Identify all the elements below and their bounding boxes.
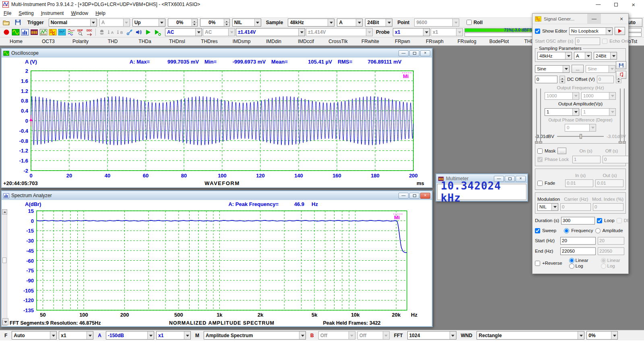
menu-help[interactable]: Help <box>92 10 109 17</box>
menu-instrument[interactable]: Instrument <box>37 10 68 17</box>
dc-offset-a-spinner[interactable] <box>559 76 565 83</box>
menu-window[interactable]: Window <box>67 10 92 17</box>
siggen-minimize-button[interactable]: — <box>587 14 601 24</box>
tab-home[interactable]: Home <box>0 37 32 45</box>
scope-restore-button[interactable] <box>409 50 419 56</box>
window-minimize-button[interactable]: — <box>596 2 601 7</box>
frequency-a-dropdown[interactable]: 1000 <box>545 92 579 100</box>
mask-checkbox[interactable] <box>537 148 543 154</box>
trigger-edge-dropdown[interactable]: Up <box>132 19 165 27</box>
mask-off-input[interactable] <box>603 156 628 163</box>
menu-file[interactable]: File <box>0 10 15 17</box>
trigger-source-dropdown[interactable]: A <box>99 19 130 27</box>
scale-a-log-radio[interactable] <box>569 264 574 269</box>
a-range-dropdown[interactable]: -150dB <box>106 331 154 340</box>
probe-b-dropdown[interactable]: x1 <box>431 28 463 36</box>
spectrum-corner-dropdown[interactable] <box>2 318 8 325</box>
display-mode-dropdown[interactable]: Amplitude Spectrum <box>204 331 306 340</box>
window-function-dropdown[interactable]: Rectangle <box>477 331 584 340</box>
trigger-mode-dropdown[interactable]: Normal <box>49 19 97 27</box>
multimeter-icon[interactable]: 888 <box>29 28 39 37</box>
gen-rate-dropdown[interactable]: 48kHz <box>537 52 572 60</box>
freq-mult-dropdown[interactable]: x1 <box>59 331 93 340</box>
sweep-frequency-radio[interactable] <box>564 228 569 233</box>
tab-frwhite[interactable]: FRwhite <box>354 37 386 45</box>
record-length-dropdown[interactable]: 9600 <box>414 19 459 27</box>
calibration-a-icon[interactable]: A <box>106 28 116 37</box>
phase-dropdown[interactable]: 0 <box>565 124 596 132</box>
scale-b-log-radio[interactable] <box>601 264 606 269</box>
dc-offset-b-spinner[interactable] <box>616 76 621 83</box>
tab-frpwn[interactable]: FRpwn <box>386 37 419 45</box>
duration-input[interactable] <box>561 217 595 224</box>
fader-b1-slider[interactable] <box>619 89 622 143</box>
fader-a1-slider[interactable] <box>535 89 538 143</box>
scope-close-button[interactable]: × <box>420 50 430 56</box>
dc-offset-a-input[interactable] <box>535 76 557 83</box>
sweep-start-b-input[interactable] <box>598 237 624 245</box>
menu-setting[interactable]: Setting <box>15 10 37 17</box>
window-close-button[interactable]: × <box>632 1 635 8</box>
trigger-level-spinner[interactable]: 0% <box>168 19 198 27</box>
phase-lock-checkbox[interactable] <box>537 157 543 162</box>
window-maximize-button[interactable] <box>614 3 618 6</box>
coupling-b-dropdown[interactable]: AC <box>203 28 235 36</box>
overlap-dropdown[interactable]: 0% <box>586 331 618 340</box>
scope-minimize-button[interactable]: — <box>398 50 409 56</box>
carrier-input[interactable] <box>560 203 591 211</box>
device-test-plan-icon[interactable]: DUT <box>57 28 66 37</box>
sound-card-probe-icon[interactable] <box>125 28 134 37</box>
show-editor-checkbox[interactable] <box>535 29 540 34</box>
scale-b-linear-radio[interactable] <box>601 258 606 263</box>
sampling-bits-dropdown[interactable]: 24Bit <box>365 19 392 27</box>
ddp-viewer-icon[interactable]: DDP <box>76 28 85 37</box>
amplitude-b-dropdown[interactable]: 1 <box>581 108 616 116</box>
run-loop-icon[interactable] <box>153 28 162 37</box>
save-signal-button[interactable] <box>616 61 626 69</box>
echo-only-checkbox[interactable] <box>602 39 607 44</box>
speaker-icon[interactable] <box>134 28 143 37</box>
sweep-amplitude-radio[interactable] <box>595 228 601 233</box>
record-icon[interactable] <box>2 28 11 37</box>
save-file-icon[interactable] <box>13 18 23 27</box>
freq-axis-dropdown[interactable]: Auto <box>12 331 57 340</box>
dds-checkbox[interactable] <box>617 218 622 223</box>
amplitude-a-dropdown[interactable]: 1 <box>545 108 579 116</box>
mask-more-button[interactable]: ... <box>557 148 566 154</box>
b-range-dropdown[interactable]: Off <box>318 331 355 340</box>
tab-frswph[interactable]: FRswph <box>419 37 451 45</box>
reverse-checkbox[interactable] <box>535 261 540 266</box>
scale-a-linear-radio[interactable] <box>569 258 574 263</box>
modulation-dropdown[interactable]: NIL <box>537 203 558 211</box>
tab-thd[interactable]: THD <box>97 37 129 45</box>
sampling-rate-dropdown[interactable]: 48kHz <box>288 19 334 27</box>
sweep-end-b-input[interactable] <box>598 247 624 255</box>
tab-polarity[interactable]: Polarity <box>64 37 97 45</box>
tab-frswlog[interactable]: FRswlog <box>451 37 483 45</box>
output-level-slider[interactable] <box>556 134 605 139</box>
spectrum-3d-plot-icon[interactable] <box>39 28 48 37</box>
range-b-dropdown[interactable]: ±1.414V <box>306 28 373 36</box>
tab-imdccif[interactable]: IMDccif <box>290 37 322 45</box>
coupling-a-dropdown[interactable]: AC <box>165 28 202 36</box>
fade-in-input[interactable] <box>565 179 593 187</box>
fade-out-input[interactable] <box>595 179 623 187</box>
mod-index-input[interactable] <box>593 203 623 211</box>
loopback-dropdown[interactable]: No Loopback <box>569 27 613 35</box>
spectrum-restore-button[interactable] <box>409 193 419 199</box>
input-peak-reset-icon[interactable] <box>97 28 106 37</box>
open-file-icon[interactable] <box>2 18 11 27</box>
fade-checkbox[interactable] <box>537 181 543 186</box>
tab-thdnsl[interactable]: THDnsl <box>161 37 193 45</box>
probe-a-dropdown[interactable]: x1 <box>393 28 430 36</box>
spectrum-close-button[interactable]: × <box>420 193 430 199</box>
signal-generator-icon[interactable] <box>48 28 57 37</box>
data-curve-icon[interactable]: DDC <box>85 28 94 37</box>
b-mult-dropdown[interactable]: Off <box>357 331 390 340</box>
spectrum-minimize-button[interactable]: — <box>398 193 409 199</box>
trigger-delay-spinner[interactable]: 0% <box>200 19 230 27</box>
derived-data-point-icon[interactable] <box>66 28 76 37</box>
tab-crosstlk[interactable]: CrossTlk <box>322 37 354 45</box>
siggen-close-button[interactable]: × <box>615 14 628 24</box>
calibration-b-icon[interactable]: B <box>116 28 125 37</box>
